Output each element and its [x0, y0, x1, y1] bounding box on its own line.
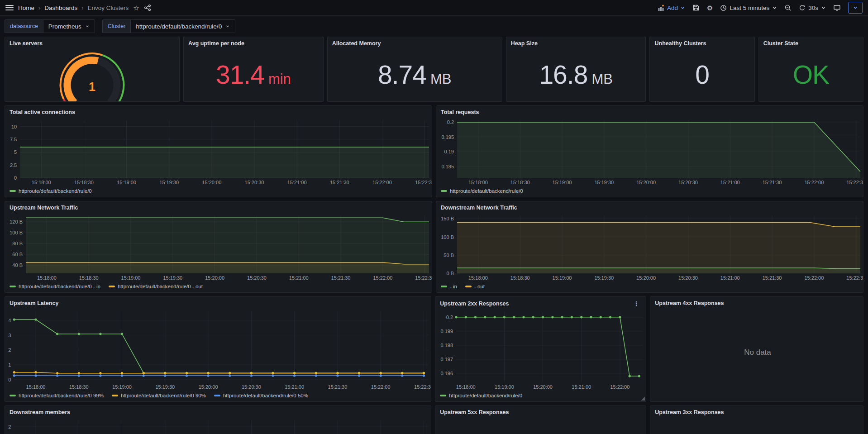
- panel-menu-icon[interactable]: ⋮: [631, 300, 641, 307]
- chart-row-2: Upstream Network Traffic 15:18:0015:18:3…: [5, 201, 863, 293]
- panel-title[interactable]: Upstream Latency: [5, 297, 431, 308]
- svg-text:15:19:30: 15:19:30: [594, 180, 614, 185]
- refresh-picker[interactable]: 30s: [799, 5, 826, 11]
- legend-label: httproute/default/backend/rule/0 - out: [118, 284, 203, 289]
- svg-text:120 B: 120 B: [10, 219, 23, 224]
- panel-title[interactable]: Upstream 3xx Responses: [650, 406, 863, 417]
- time-series-chart[interactable]: 15:18:0015:19:0015:20:0015:21:0015:22:00…: [435, 309, 646, 391]
- panel-resize-handle[interactable]: [641, 396, 645, 401]
- collapse-nav-button[interactable]: [848, 2, 863, 14]
- panel-title[interactable]: Cluster State: [759, 37, 863, 48]
- panel-title[interactable]: Avg uptime per node: [184, 37, 323, 48]
- svg-text:15:22:30: 15:22:30: [415, 275, 432, 281]
- svg-text:15:22:30: 15:22:30: [414, 384, 431, 390]
- chevron-down-icon: [772, 5, 777, 10]
- legend-label: httproute/default/backend/rule/0: [449, 393, 522, 398]
- breadcrumb-separator: ›: [81, 5, 83, 11]
- refresh-interval-label: 30s: [808, 5, 818, 11]
- cluster-select[interactable]: httproute/default/backend/rule/0: [131, 19, 235, 33]
- breadcrumb-dashboards[interactable]: Dashboards: [44, 5, 77, 11]
- panel-title[interactable]: Downstream members: [5, 406, 431, 417]
- no-data-chart[interactable]: No data: [650, 308, 863, 401]
- zoom-out-icon[interactable]: [784, 4, 792, 11]
- panel-downstream-network-traffic: Downstream Network Traffic 15:18:0015:18…: [436, 201, 863, 293]
- time-series-chart[interactable]: [435, 417, 646, 434]
- panel-title[interactable]: Total requests: [436, 106, 863, 117]
- top-nav: Home › Dashboards › Envoy Clusters ☆: [0, 0, 868, 16]
- panel-title[interactable]: Heap Size: [506, 37, 646, 48]
- chevron-down-icon: [680, 5, 685, 10]
- svg-text:15:20:30: 15:20:30: [247, 275, 267, 281]
- svg-text:15:18:00: 15:18:00: [468, 180, 488, 185]
- add-button[interactable]: Add: [657, 5, 685, 11]
- svg-text:0: 0: [14, 175, 17, 181]
- chevron-down-icon: [225, 24, 230, 29]
- legend-item[interactable]: httproute/default/backend/rule/0 99%: [10, 393, 104, 398]
- legend-item[interactable]: httproute/default/backend/rule/0 - in: [10, 284, 100, 289]
- svg-text:15:20:00: 15:20:00: [202, 180, 221, 185]
- favorite-star-icon[interactable]: ☆: [133, 5, 139, 11]
- legend-item[interactable]: - out: [465, 284, 485, 289]
- save-icon[interactable]: [692, 4, 700, 11]
- dashboard-body: datasource Prometheus Cluster httproute/…: [0, 16, 868, 434]
- menu-icon[interactable]: [5, 3, 14, 13]
- svg-text:15:22:00: 15:22:00: [610, 384, 630, 390]
- panel-title[interactable]: Total active connections: [5, 106, 432, 117]
- breadcrumb-home[interactable]: Home: [18, 5, 34, 11]
- svg-text:15:18:00: 15:18:00: [37, 275, 57, 281]
- time-series-chart[interactable]: [650, 417, 863, 434]
- svg-text:0.2: 0.2: [446, 315, 453, 320]
- time-series-chart[interactable]: 15:18:0015:18:3015:19:0015:19:3015:20:00…: [436, 212, 863, 282]
- legend-item[interactable]: httproute/default/backend/rule/0: [441, 188, 523, 194]
- panel-heap-size: Heap Size 16.8MB: [506, 37, 646, 102]
- settings-gear-icon[interactable]: ⚙: [707, 5, 713, 11]
- panel-upstream-2xx-responses: Upstream 2xx Responses ⋮ 15:18:0015:19:0…: [435, 296, 646, 402]
- panel-title[interactable]: Upstream 4xx Responses: [650, 297, 863, 308]
- time-series-chart[interactable]: 15:18:0015:18:3015:19:0015:19:3015:20:00…: [5, 117, 432, 187]
- time-series-chart[interactable]: 15:18:0015:18:3015:19:0015:19:3015:20:00…: [5, 308, 431, 391]
- time-series-chart[interactable]: 15:18:0015:18:3015:19:0015:19:3015:20:00…: [5, 212, 432, 282]
- datasource-select[interactable]: Prometheus: [43, 19, 95, 33]
- time-series-chart[interactable]: 15:18:0015:18:3015:19:0015:19:3015:20:00…: [5, 417, 431, 434]
- legend-item[interactable]: httproute/default/backend/rule/0: [10, 188, 92, 194]
- legend-item[interactable]: httproute/default/backend/rule/0 50%: [214, 393, 308, 398]
- legend-label: - in: [450, 284, 457, 289]
- panel-title[interactable]: Downstream Network Traffic: [436, 201, 863, 212]
- svg-text:15:19:30: 15:19:30: [594, 275, 614, 281]
- share-icon[interactable]: [144, 4, 151, 11]
- legend-item[interactable]: httproute/default/backend/rule/0: [440, 393, 522, 398]
- panel-title[interactable]: Upstream Network Traffic: [5, 201, 432, 212]
- tv-kiosk-icon[interactable]: [833, 4, 841, 11]
- panel-upstream-5xx-responses: Upstream 5xx Responses: [435, 405, 646, 434]
- svg-text:0.196: 0.196: [441, 371, 453, 376]
- legend-item[interactable]: httproute/default/backend/rule/0 90%: [112, 393, 206, 398]
- panel-upstream-3xx-responses: Upstream 3xx Responses: [650, 405, 863, 434]
- variables-row: datasource Prometheus Cluster httproute/…: [5, 19, 863, 33]
- panel-title[interactable]: Live servers: [5, 37, 179, 48]
- stat-value: 8.74MB: [378, 60, 451, 90]
- legend-item[interactable]: - in: [441, 284, 457, 289]
- svg-text:80 B: 80 B: [12, 241, 23, 246]
- panel-downstream-members: Downstream members 15:18:0015:18:3015:19…: [5, 405, 431, 434]
- legend-swatch: [214, 395, 220, 396]
- svg-text:15:19:30: 15:19:30: [155, 384, 175, 390]
- legend-label: - out: [474, 284, 485, 289]
- panel-title[interactable]: Unhealthy Clusters: [650, 37, 754, 48]
- time-series-chart[interactable]: 15:18:0015:18:3015:19:0015:19:3015:20:00…: [436, 117, 863, 187]
- time-range-picker[interactable]: Last 5 minutes: [720, 5, 777, 11]
- svg-text:15:21:00: 15:21:00: [572, 384, 591, 390]
- svg-text:60 B: 60 B: [12, 252, 23, 257]
- panel-title[interactable]: Upstream 2xx Responses ⋮: [435, 297, 646, 309]
- legend-item[interactable]: httproute/default/backend/rule/0 - out: [109, 284, 203, 289]
- panel-upstream-latency: Upstream Latency 15:18:0015:18:3015:19:0…: [5, 296, 431, 402]
- breadcrumb: Home › Dashboards › Envoy Clusters: [18, 5, 129, 11]
- variable-datasource: datasource Prometheus: [5, 19, 95, 33]
- svg-text:15:18:00: 15:18:00: [456, 384, 476, 390]
- gauge-live-servers[interactable]: 1: [5, 48, 179, 101]
- panel-title[interactable]: Upstream 5xx Responses: [435, 406, 646, 417]
- panel-cluster-state: Cluster State OK: [758, 37, 863, 102]
- chart-legend: - in- out: [436, 282, 863, 292]
- panel-title[interactable]: Allocated Memory: [328, 37, 502, 48]
- svg-text:0.198: 0.198: [441, 343, 453, 348]
- svg-text:15:20:00: 15:20:00: [636, 275, 656, 281]
